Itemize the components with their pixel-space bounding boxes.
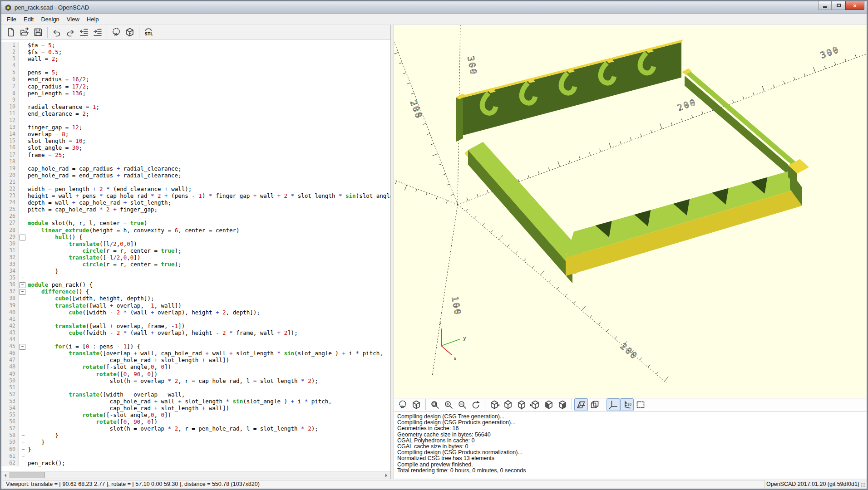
x-axis-indicator-line bbox=[441, 346, 452, 355]
unindent-icon bbox=[79, 27, 89, 37]
fold-column bbox=[19, 446, 25, 453]
redo-button[interactable] bbox=[64, 26, 77, 39]
code-text: cap_hole_rad + slot_length + wall]) bbox=[25, 405, 229, 412]
code-text: frame = 25; bbox=[25, 152, 65, 158]
scroll-left-arrow[interactable] bbox=[1, 472, 9, 479]
stl-button[interactable]: STL bbox=[142, 26, 155, 39]
show-edges-button[interactable] bbox=[634, 398, 647, 411]
code-text: overlap = 8; bbox=[25, 131, 69, 137]
console-output[interactable]: Compiling design (CSG Tree generation)..… bbox=[394, 412, 867, 479]
fold-column bbox=[19, 110, 25, 117]
reset-view-button[interactable] bbox=[469, 398, 483, 411]
fold-column bbox=[19, 213, 25, 220]
fold-column bbox=[19, 418, 25, 425]
new-button[interactable] bbox=[4, 26, 18, 39]
preview-button[interactable]: » bbox=[109, 26, 123, 39]
orthogonal-button[interactable] bbox=[588, 398, 602, 411]
maximize-button[interactable] bbox=[832, 1, 845, 10]
code-text bbox=[25, 336, 28, 343]
view-right-button[interactable] bbox=[488, 398, 501, 411]
code-line: 31 circle(r = r, center = true); bbox=[1, 247, 390, 254]
code-line: 12 bbox=[1, 117, 390, 124]
line-number: 21 bbox=[1, 179, 19, 186]
view-top-button[interactable] bbox=[501, 398, 515, 411]
scrollbar-thumb[interactable] bbox=[10, 472, 45, 478]
zoom-out-button[interactable] bbox=[455, 398, 469, 411]
fold-column bbox=[19, 323, 25, 329]
fold-marker[interactable] bbox=[19, 288, 25, 295]
code-line: 21 bbox=[1, 179, 390, 186]
fold-column bbox=[19, 199, 25, 206]
fold-column bbox=[19, 363, 25, 370]
axis-scale-number: 300 bbox=[819, 44, 841, 60]
show-scale-button[interactable]: 10 bbox=[620, 398, 634, 411]
line-number: 29 bbox=[1, 234, 19, 240]
line-number: 34 bbox=[1, 268, 19, 274]
preview-button[interactable]: » bbox=[396, 398, 409, 411]
code-text: pitch = cap_hole_rad * 2 + finger_gap; bbox=[25, 206, 158, 213]
code-text: circle(r = r, center = true); bbox=[25, 247, 182, 254]
show-axes-button[interactable] bbox=[607, 398, 620, 411]
zoom-in-button[interactable] bbox=[442, 398, 455, 411]
code-line: 40 cube([width - 2 * (wall + overlap), h… bbox=[1, 309, 390, 316]
fold-column bbox=[19, 329, 25, 336]
code-line: 32 translate([-l/2,0,0]) bbox=[1, 254, 390, 261]
view-back-button[interactable] bbox=[556, 398, 569, 411]
menu-design[interactable]: Design bbox=[37, 15, 63, 24]
fold-column bbox=[19, 90, 25, 97]
render-button[interactable] bbox=[409, 398, 423, 411]
console-line: Geometry cache size in bytes: 56640 bbox=[397, 432, 867, 438]
axis-scale-number: 200 bbox=[618, 341, 640, 362]
code-line: 39 translate([wall + overlap, -1, wall]) bbox=[1, 302, 390, 309]
fold-marker[interactable] bbox=[19, 281, 25, 288]
menu-edit[interactable]: Edit bbox=[20, 15, 37, 24]
code-line: 35 bbox=[1, 274, 390, 281]
fold-column bbox=[19, 76, 25, 83]
resize-grip[interactable] bbox=[860, 482, 866, 488]
fold-column bbox=[19, 97, 25, 103]
fold-column bbox=[19, 55, 25, 62]
show-axes-icon bbox=[608, 400, 618, 410]
view-front-button[interactable] bbox=[542, 398, 556, 411]
zoom-all-button[interactable] bbox=[428, 398, 442, 411]
code-text: difference() { bbox=[25, 288, 89, 295]
menu-file[interactable]: File bbox=[3, 15, 20, 24]
code-line: 47 cap_hole_rad + slot_length + wall]) bbox=[1, 357, 390, 363]
x-neg-axis-line bbox=[394, 42, 458, 205]
scroll-right-arrow[interactable] bbox=[383, 472, 390, 479]
save-button[interactable] bbox=[31, 26, 45, 39]
line-number: 42 bbox=[1, 323, 19, 329]
close-button[interactable]: × bbox=[845, 1, 864, 10]
title-bar[interactable]: pen_rack.scad - OpenSCAD × bbox=[1, 1, 867, 14]
code-text bbox=[25, 213, 28, 220]
pane-splitter[interactable] bbox=[391, 25, 394, 479]
fold-marker[interactable] bbox=[19, 343, 25, 350]
zoom-all-icon bbox=[430, 400, 440, 410]
view-bottom-button[interactable] bbox=[515, 398, 528, 411]
indent-button[interactable] bbox=[91, 26, 104, 39]
code-editor[interactable]: 1$fa = 5;2$fs = 0.5;3wall = 2;45pens = 5… bbox=[1, 40, 390, 471]
svg-text:10: 10 bbox=[627, 402, 632, 407]
unindent-button[interactable] bbox=[77, 26, 91, 39]
code-line: 51 bbox=[1, 384, 390, 391]
line-number: 26 bbox=[1, 213, 19, 220]
perspective-button[interactable] bbox=[574, 398, 588, 411]
line-number: 11 bbox=[1, 110, 19, 117]
minimize-button[interactable] bbox=[818, 1, 832, 10]
menu-view[interactable]: View bbox=[63, 15, 83, 24]
menu-help[interactable]: Help bbox=[83, 15, 103, 24]
fold-column bbox=[19, 42, 25, 49]
3d-viewport[interactable]: 300200200200300100 bbox=[394, 25, 867, 398]
undo-button[interactable] bbox=[50, 26, 64, 39]
code-line: 58 } bbox=[1, 432, 390, 439]
view-left-button[interactable] bbox=[528, 398, 542, 411]
code-text: translate([wall + overlap, frame, -1]) bbox=[25, 323, 185, 329]
code-line: 49 rotate([0, 90, 0]) bbox=[1, 371, 390, 377]
editor-horizontal-scrollbar[interactable] bbox=[1, 471, 390, 479]
fold-marker[interactable] bbox=[19, 234, 25, 240]
open-button[interactable] bbox=[18, 26, 31, 39]
fold-column bbox=[19, 49, 25, 55]
line-number: 61 bbox=[1, 453, 19, 460]
fold-column bbox=[19, 179, 25, 186]
render-button[interactable] bbox=[123, 26, 137, 39]
